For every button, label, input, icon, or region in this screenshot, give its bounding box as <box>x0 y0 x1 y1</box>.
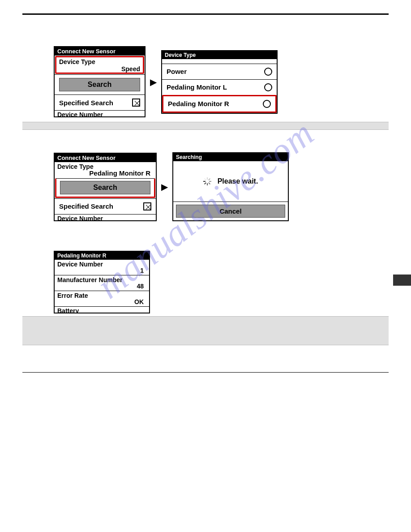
step2-row: Connect New Sensor Device Type Pedaling … <box>54 152 389 221</box>
radio-icon <box>263 100 271 108</box>
device-type-row-highlight[interactable]: Device Type Speed <box>55 56 144 74</box>
device-type-value: Pedaling Monitor R <box>57 169 153 177</box>
step1-row: Connect New Sensor Device Type Speed Sea… <box>54 46 389 117</box>
panel-title: Pedaling Monitor R <box>55 252 149 260</box>
device-option-pedaling-r[interactable]: Pedaling Monitor R <box>163 96 275 112</box>
searching-message: Please wait. <box>173 161 288 202</box>
option-label: Power <box>167 68 187 75</box>
device-option-pedaling-r-highlight: Pedaling Monitor R <box>162 95 277 113</box>
option-label: Pedaling Monitor R <box>168 100 229 107</box>
error-rate-value: OK <box>57 298 146 305</box>
search-button[interactable]: Search <box>59 78 140 91</box>
searching-panel: Searching Please wait. Cancel <box>172 152 289 221</box>
search-button-row: Search <box>55 74 145 94</box>
panel-title: Connect New Sensor <box>55 154 156 162</box>
result-panel: Pedaling Monitor R Device Number 1 Manuf… <box>54 251 150 313</box>
arrow-right-icon: ▶ <box>150 77 157 86</box>
panel-title: Searching <box>173 153 288 161</box>
device-number-value: 1 <box>57 267 146 274</box>
specified-search-row[interactable]: Specified Search <box>55 198 156 214</box>
bottom-rule <box>22 372 389 373</box>
option-label: Pedaling Monitor L <box>167 83 227 91</box>
search-button-highlight: Search <box>55 178 155 198</box>
device-type-value: Speed <box>56 65 143 73</box>
radio-icon <box>264 68 272 76</box>
device-type-label: Device Type <box>56 57 143 66</box>
header-rule <box>22 13 389 15</box>
device-number-partial: Device Number <box>55 214 156 220</box>
panel-title: Device Type <box>162 51 277 59</box>
connect-sensor-panel-2: Connect New Sensor Device Type Pedaling … <box>54 153 157 221</box>
specified-search-row[interactable]: Specified Search <box>55 94 145 110</box>
footer-grey-block <box>22 316 389 345</box>
specified-search-checkbox[interactable] <box>132 99 140 107</box>
search-button[interactable]: Search <box>60 181 150 194</box>
spinner-icon <box>203 177 211 185</box>
panel-title: Connect New Sensor <box>55 47 145 56</box>
side-tab-marker <box>393 275 411 286</box>
section-divider <box>22 122 389 130</box>
cancel-button[interactable]: Cancel <box>176 205 285 218</box>
specified-search-label: Specified Search <box>59 99 113 107</box>
device-number-partial: Device Number <box>55 110 145 116</box>
device-option-power[interactable]: Power <box>162 64 277 79</box>
radio-icon <box>264 83 272 91</box>
manufacturer-number-value: 48 <box>57 283 146 290</box>
device-type-panel: Device Type Power Pedaling Monitor L Ped… <box>161 50 278 114</box>
device-option-pedaling-l[interactable]: Pedaling Monitor L <box>162 79 277 95</box>
step3-row: Pedaling Monitor R Device Number 1 Manuf… <box>54 251 389 313</box>
battery-partial: Battery <box>55 306 149 313</box>
specified-search-checkbox[interactable] <box>143 202 151 210</box>
please-wait-text: Please wait. <box>218 177 258 185</box>
specified-search-label: Specified Search <box>59 202 113 210</box>
arrow-right-icon: ▶ <box>161 182 168 191</box>
connect-sensor-panel-1: Connect New Sensor Device Type Speed Sea… <box>54 46 146 117</box>
